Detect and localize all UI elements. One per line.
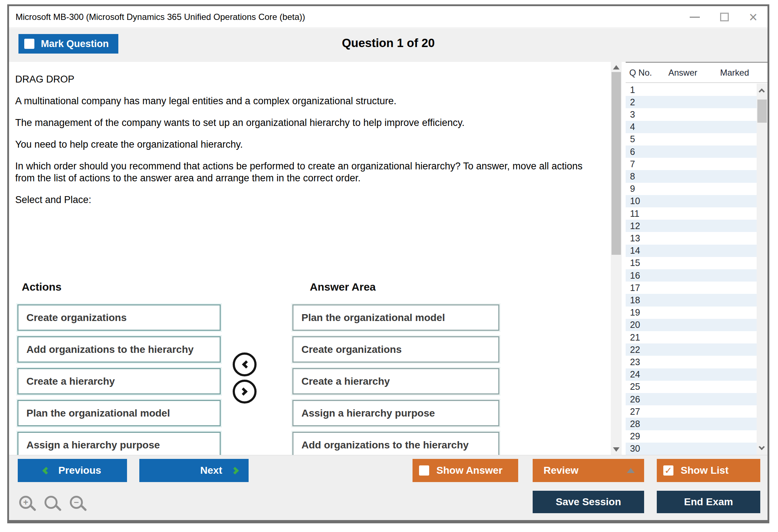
next-button[interactable]: Next [139, 459, 249, 482]
question-row-number: 9 [630, 183, 635, 194]
question-row[interactable]: 18 [626, 294, 757, 306]
question-row[interactable]: 26 [626, 393, 757, 405]
save-session-button[interactable]: Save Session [533, 491, 644, 513]
sidebar-scrollbar-thumb[interactable] [757, 100, 767, 123]
window-title: Microsoft MB-300 (Microsoft Dynamics 365… [16, 6, 305, 28]
action-item[interactable]: Add organizations to the hierarchy [17, 336, 221, 363]
show-answer-checkbox[interactable] [419, 465, 429, 476]
previous-label: Previous [58, 465, 101, 476]
question-row-number: 14 [630, 245, 640, 256]
question-row[interactable]: 21 [626, 331, 757, 343]
question-row[interactable]: 2 [626, 96, 757, 108]
question-row[interactable]: 27 [626, 405, 757, 418]
question-paragraph: The management of the company wants to s… [15, 117, 601, 129]
content-scrollbar[interactable] [611, 62, 622, 455]
transfer-arrows [233, 352, 258, 407]
action-item[interactable]: Create a hierarchy [17, 368, 221, 394]
save-session-label: Save Session [556, 496, 621, 508]
show-list-checkbox[interactable]: ✓ [663, 465, 673, 476]
question-row[interactable]: 24 [626, 368, 757, 381]
question-row-number: 7 [630, 159, 635, 169]
question-row[interactable]: 11 [626, 207, 757, 220]
exam-player-window: Microsoft MB-300 (Microsoft Dynamics 365… [7, 4, 769, 523]
question-row[interactable]: 30 [626, 443, 757, 455]
show-answer-button[interactable]: Show Answer [413, 459, 518, 482]
chevron-left-icon [42, 466, 50, 474]
question-row[interactable]: 23 [626, 356, 757, 368]
question-row[interactable]: 16 [626, 269, 757, 282]
zoom-out-icon[interactable]: − [70, 496, 89, 515]
question-row[interactable]: 19 [626, 307, 757, 319]
question-row-number: 25 [630, 381, 640, 392]
question-row[interactable]: 8 [626, 170, 757, 182]
move-left-button[interactable] [233, 352, 257, 376]
question-row[interactable]: 17 [626, 282, 757, 294]
triangle-up-icon [627, 468, 635, 473]
question-row[interactable]: 13 [626, 232, 757, 244]
answer-item[interactable]: Add organizations to the hierarchy [292, 432, 499, 458]
question-row[interactable]: 25 [626, 381, 757, 393]
answer-item[interactable]: Assign a hierarchy purpose [292, 400, 499, 426]
question-row[interactable]: 15 [626, 257, 757, 269]
question-row-number: 8 [630, 171, 635, 182]
question-row[interactable]: 1 [626, 84, 757, 96]
action-item[interactable]: Assign a hierarchy purpose [17, 432, 221, 458]
question-row[interactable]: 6 [626, 145, 757, 158]
close-icon[interactable]: × [749, 10, 757, 24]
question-row-number: 11 [630, 208, 639, 219]
question-row[interactable]: 10 [626, 195, 757, 207]
zoom-in-icon[interactable]: + [19, 496, 38, 515]
question-row-number: 23 [630, 357, 640, 367]
question-row[interactable]: 9 [626, 183, 757, 195]
show-list-button[interactable]: ✓ Show List [657, 459, 760, 482]
answer-item[interactable]: Create a hierarchy [292, 368, 499, 394]
question-row-number: 29 [630, 431, 640, 442]
answer-item[interactable]: Plan the organizational model [292, 304, 499, 331]
question-row-number: 22 [630, 345, 640, 355]
move-right-button[interactable] [233, 380, 257, 404]
content-scrollbar-thumb[interactable] [612, 72, 621, 255]
question-counter: Question 1 of 20 [9, 36, 768, 50]
magnifier-icon[interactable] [45, 496, 63, 515]
question-row[interactable]: 5 [626, 133, 757, 145]
scroll-up-icon[interactable] [613, 65, 620, 69]
chevron-right-icon [239, 388, 248, 396]
question-row-number: 26 [630, 394, 640, 405]
question-row-number: 12 [630, 221, 640, 231]
question-row[interactable]: 22 [626, 343, 757, 356]
end-exam-label: End Exam [684, 496, 733, 508]
scroll-down-icon[interactable] [613, 447, 620, 452]
select-and-place-label: Select and Place: [15, 194, 601, 206]
zoom-out-handle [81, 505, 87, 511]
scroll-up-icon[interactable] [759, 89, 765, 95]
question-text: DRAG DROP A multinational company has ma… [15, 73, 601, 216]
question-row[interactable]: 7 [626, 158, 757, 170]
question-row[interactable]: 29 [626, 430, 757, 443]
sidebar-scrollbar[interactable] [757, 84, 768, 455]
question-row-number: 17 [630, 283, 640, 293]
previous-button[interactable]: Previous [18, 459, 127, 482]
question-row[interactable]: 28 [626, 418, 757, 430]
scroll-down-icon[interactable] [759, 444, 765, 450]
next-label: Next [200, 465, 222, 476]
question-row[interactable]: 3 [626, 108, 757, 121]
question-row-number: 2 [630, 97, 635, 107]
chevron-right-icon [231, 466, 239, 474]
question-row[interactable]: 20 [626, 319, 757, 331]
question-row[interactable]: 14 [626, 245, 757, 257]
question-panel: DRAG DROP A multinational company has ma… [9, 62, 611, 455]
review-button[interactable]: Review [533, 459, 644, 482]
question-row-number: 16 [630, 270, 640, 281]
end-exam-button[interactable]: End Exam [657, 491, 760, 513]
question-row[interactable]: 12 [626, 220, 757, 232]
minimize-icon[interactable] [690, 17, 700, 18]
question-row[interactable]: 4 [626, 121, 757, 133]
question-type-label: DRAG DROP [15, 73, 601, 85]
answer-area-column: Answer Area Plan the organizational mode… [292, 281, 499, 464]
action-item[interactable]: Plan the organizational model [17, 400, 221, 426]
maximize-icon[interactable] [720, 13, 729, 21]
question-row-number: 21 [630, 332, 640, 343]
action-item[interactable]: Create organizations [17, 304, 221, 331]
zoom-controls: + − [19, 496, 89, 515]
answer-item[interactable]: Create organizations [292, 336, 499, 363]
